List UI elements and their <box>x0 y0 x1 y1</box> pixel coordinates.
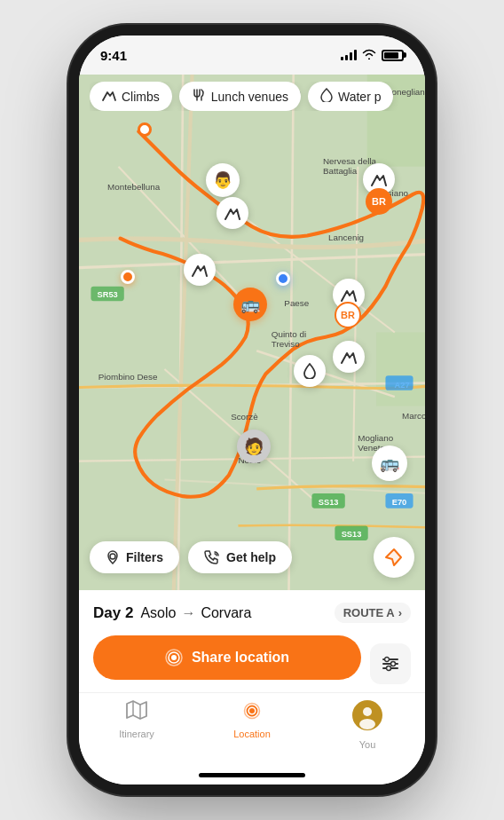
phone-frame: 9:41 <box>79 35 425 785</box>
svg-point-57 <box>359 719 375 729</box>
route-info: Asolo → Corvara <box>140 605 251 621</box>
status-time: 9:41 <box>100 48 127 63</box>
settings-button[interactable] <box>370 643 411 684</box>
climb-marker-3 <box>184 254 216 286</box>
from-location: Asolo <box>140 605 176 621</box>
tab-location[interactable]: Location <box>194 700 310 750</box>
svg-text:Treviso: Treviso <box>272 339 300 349</box>
svg-point-56 <box>363 707 372 716</box>
svg-text:E70: E70 <box>392 498 407 507</box>
chip-water[interactable]: Water p <box>308 82 394 111</box>
start-marker <box>138 122 152 137</box>
chip-climbs[interactable]: Climbs <box>90 82 172 111</box>
signal-icon <box>165 649 183 666</box>
route-badge[interactable]: ROUTE A › <box>335 603 411 623</box>
br-badge-filled: BR <box>366 188 392 215</box>
share-row: Share location <box>93 635 411 692</box>
location-pin-icon <box>106 550 120 564</box>
you-tab-label: You <box>359 739 376 750</box>
phone-wrapper: 9:41 <box>0 0 504 820</box>
battery-icon <box>382 50 404 61</box>
filter-chips: Climbs Lunch venues <box>90 82 425 111</box>
lunch-icon <box>192 88 206 105</box>
map-icon <box>126 700 147 725</box>
truck-marker-2: 🚌 <box>372 445 407 481</box>
sliders-icon <box>381 654 400 674</box>
chip-lunch[interactable]: Lunch venues <box>179 82 301 111</box>
orange-dot <box>121 270 135 284</box>
bottom-sheet: Day 2 Asolo → Corvara ROUTE A › <box>79 590 425 692</box>
svg-point-45 <box>171 655 177 660</box>
itinerary-tab-label: Itinerary <box>119 729 154 739</box>
svg-text:Marcon: Marcon <box>402 411 425 421</box>
day-label: Day 2 <box>93 604 133 622</box>
map-bottom-controls: Filters Get help <box>90 537 414 578</box>
signal-bars-icon <box>341 50 357 60</box>
status-icons <box>341 49 404 62</box>
to-location: Corvara <box>201 605 251 621</box>
day-info: Day 2 Asolo → Corvara ROUTE A › <box>93 603 411 623</box>
svg-rect-25 <box>385 375 413 390</box>
svg-point-49 <box>385 658 390 662</box>
svg-point-54 <box>249 708 255 714</box>
svg-point-44 <box>110 554 115 559</box>
tab-bar: Itinerary Location <box>79 692 425 768</box>
svg-text:Battaglia: Battaglia <box>323 166 358 176</box>
location-arrow-icon <box>384 548 404 567</box>
blue-dot <box>276 272 290 286</box>
svg-text:Mogliano: Mogliano <box>358 433 393 443</box>
svg-text:SS13: SS13 <box>319 498 339 507</box>
my-location-button[interactable] <box>374 537 414 578</box>
truck-marker: 🚌 <box>233 288 267 321</box>
svg-rect-2 <box>376 333 425 406</box>
svg-text:Scorzè: Scorzè <box>231 412 258 422</box>
avatar-marker-2: 🧑 <box>237 430 271 463</box>
svg-text:Lancenig: Lancenig <box>328 233 364 242</box>
phone-icon <box>204 550 220 564</box>
home-indicator <box>199 773 305 777</box>
water-marker <box>294 355 326 387</box>
home-indicator-container <box>79 768 425 785</box>
water-icon <box>320 88 333 105</box>
filters-button[interactable]: Filters <box>90 541 179 573</box>
avatar-marker-1: 👨 <box>206 163 240 197</box>
location-tab-label: Location <box>233 729 271 739</box>
map-action-buttons: Filters Get help <box>90 541 292 573</box>
climbs-icon <box>102 89 116 104</box>
climb-marker-5 <box>333 341 365 373</box>
share-location-button[interactable]: Share location <box>93 635 361 680</box>
svg-point-51 <box>387 666 391 671</box>
svg-text:Piombino Dese: Piombino Dese <box>98 372 158 382</box>
svg-point-50 <box>391 662 396 666</box>
svg-text:Paese: Paese <box>284 298 309 308</box>
svg-text:Montebelluna: Montebelluna <box>107 182 161 192</box>
climb-marker-2 <box>217 197 248 229</box>
map-svg: SR53 SR515 SS13 SS13 E70 A27 Valdobbiade… <box>79 75 425 590</box>
tab-you[interactable]: You <box>310 700 425 750</box>
location-signal-icon <box>241 700 263 721</box>
chevron-right-icon: › <box>398 606 402 619</box>
map-container[interactable]: SR53 SR515 SS13 SS13 E70 A27 Valdobbiade… <box>79 75 425 590</box>
user-avatar-icon <box>352 700 382 736</box>
get-help-button[interactable]: Get help <box>188 541 292 573</box>
location-tab-icon-container <box>241 700 263 725</box>
br-badge-outline: BR <box>335 302 361 328</box>
tab-itinerary[interactable]: Itinerary <box>79 700 194 750</box>
arrow-icon: → <box>181 605 195 621</box>
status-bar: 9:41 <box>79 35 425 75</box>
svg-text:Quinto di: Quinto di <box>272 329 306 339</box>
wifi-icon <box>362 49 376 62</box>
svg-text:SR53: SR53 <box>97 290 117 299</box>
